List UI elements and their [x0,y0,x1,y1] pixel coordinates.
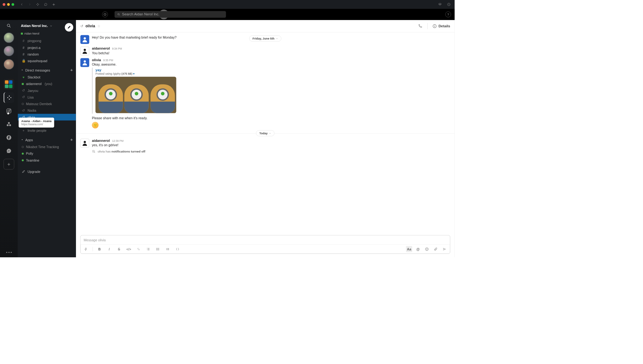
emoji-button[interactable] [424,246,430,252]
message-input[interactable] [81,235,450,244]
cursor-icon [6,111,10,115]
svg-point-25 [84,141,86,143]
italic-button[interactable]: I [106,246,112,252]
maximize-window[interactable] [12,3,14,6]
notif-bold: notifications turned off [111,150,145,153]
svg-point-28 [157,250,157,250]
svg-rect-2 [38,4,39,5]
section-apps[interactable]: Apps + [18,136,76,143]
channel-sidebar: Aidan Nerol Inc. Aidan Nerol #pingpong #… [18,20,76,257]
layers-icon[interactable] [437,1,443,8]
search-input[interactable]: Search Aidan Nerol Inc. [115,11,226,18]
channel-title[interactable]: olivia [85,24,95,28]
message-row[interactable]: olivia9:35 PM Okay, awesome. yay Posted … [76,57,455,130]
strike-button[interactable]: S [116,246,122,252]
clock-icon[interactable] [446,1,452,8]
rail-tile-apps[interactable] [3,79,14,90]
dm-nadia[interactable]: ↺Nadia [18,107,76,114]
svg-point-16 [7,124,8,126]
rail-add-button[interactable]: + [3,159,14,169]
lightning-icon[interactable] [83,246,89,252]
app-nikabot[interactable]: Nikabot Time Tracking [18,143,76,150]
minimize-window[interactable] [7,3,10,6]
call-icon[interactable] [418,24,422,28]
gif-preview[interactable] [95,77,176,113]
link-button[interactable] [135,246,142,252]
date-divider-friday[interactable]: Friday, June 5th [249,35,281,41]
help-icon[interactable]: ? [445,12,451,17]
rail-avatar-3[interactable] [3,59,14,70]
reaction-smile[interactable]: 🙂 [92,122,99,128]
attach-button[interactable] [433,246,439,252]
rail-asana-icon[interactable] [3,119,14,130]
compose-button[interactable] [65,23,73,32]
add-app-button[interactable]: + [70,137,73,142]
format-toolbar: B I S </> Aa @ [81,244,450,254]
ordered-list-button[interactable] [145,246,151,252]
slack-icon[interactable] [35,1,41,8]
reload-icon[interactable] [43,1,49,8]
svg-point-14 [10,110,10,110]
star-icon[interactable]: ☆ [97,24,100,28]
timestamp: 9:35 PM [103,59,113,62]
search-placeholder: Search Aidan Nerol Inc. [122,13,159,17]
mention-button[interactable]: @ [415,246,421,252]
top-search-bar: Search Aidan Nerol Inc. ? [0,9,455,20]
attachment-meta: Posted using /giphy [95,72,121,76]
new-tab-icon[interactable]: + [51,1,57,8]
caret-down-icon [21,138,23,141]
rail-slack-icon[interactable] [3,92,14,103]
details-button[interactable]: Details [432,24,450,28]
quote-button[interactable] [165,246,171,252]
add-dm-button[interactable]: + [70,67,73,72]
message-text: Hey! Do you have that marketing brief re… [92,35,176,40]
dm-lisa[interactable]: ↺Lisa [18,94,76,100]
info-icon [432,24,437,28]
rail-search-icon[interactable] [5,22,13,29]
format-toggle-button[interactable]: Aa [406,246,412,252]
window-controls [3,3,14,6]
lock-icon: 🔒 [22,59,25,63]
svg-rect-21 [434,26,435,27]
svg-point-27 [157,249,157,249]
channel-squashsquad[interactable]: 🔒squashsquad [18,57,76,64]
message-row[interactable]: aidannerol12:39 PM yes, it's on gdrive! [76,137,455,149]
nav-back[interactable] [19,1,25,8]
dm-slackbot[interactable]: ♥Slackbot [18,74,76,80]
message-row[interactable]: aidannerol9:34 PM You betcha! [76,45,455,57]
message-text: You betcha! [92,51,122,55]
shared-channel-icon: ↺ [80,24,83,28]
dm-invite-people[interactable]: +Invite people [18,127,76,134]
avatar [80,35,89,44]
codeblock-button[interactable] [175,246,181,252]
rail-avatar-1[interactable] [3,32,14,43]
message-text: Please share with me when it's ready. [92,116,176,120]
dm-mateusz[interactable]: Mateusz Dembek [18,100,76,107]
channel-pingpong[interactable]: #pingpong [18,37,76,44]
bold-button[interactable]: B [96,246,103,252]
channel-random[interactable]: #random [18,51,76,57]
send-button[interactable] [441,246,448,252]
rail-avatar-2[interactable] [3,46,14,56]
date-label: Today [259,131,267,135]
app-teamline[interactable]: Teamline [18,157,76,163]
dm-jaeyou[interactable]: ↺Jaeyou [18,87,76,94]
svg-point-22 [84,37,86,40]
attachment[interactable]: yay Posted using /giphy (475 kB) ▾ [92,68,176,114]
history-icon[interactable] [102,12,108,17]
svg-point-24 [84,60,86,62]
rail-messenger-icon[interactable] [3,146,14,156]
message-list: Friday, June 5th Hey! Do you have that m… [76,32,455,235]
channel-project-a[interactable]: #project-a [18,44,76,51]
close-window[interactable] [3,3,5,6]
code-button[interactable]: </> [126,246,132,252]
rail-more-icon[interactable] [6,252,12,253]
rail-facebook-icon[interactable] [3,132,14,143]
nav-forward[interactable] [27,1,33,8]
upgrade-button[interactable]: Upgrade [18,167,76,176]
section-direct-messages[interactable]: Direct messages + [18,66,76,74]
app-polly[interactable]: Polly [18,150,76,157]
dm-self[interactable]: aidannerol(you) [18,81,76,87]
bullet-list-button[interactable] [155,246,161,252]
date-divider-today[interactable]: Today [256,130,274,136]
